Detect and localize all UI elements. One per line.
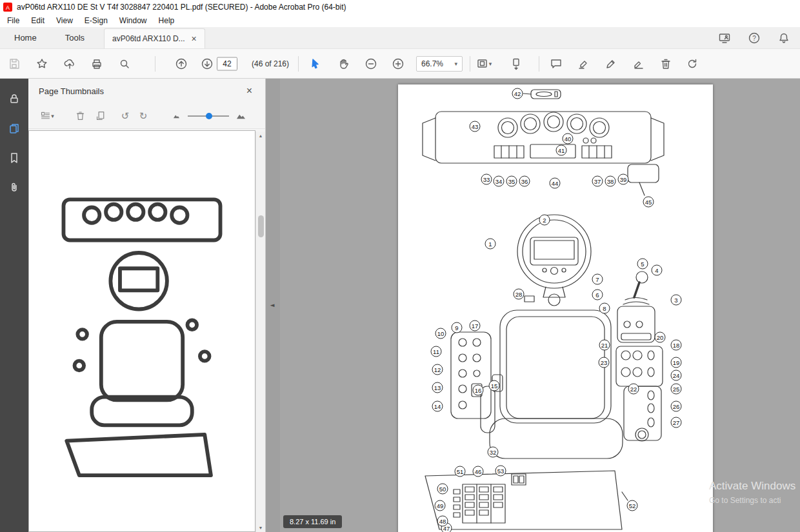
bell-icon[interactable] [775,30,792,46]
callout-11: 11 [431,346,442,357]
svg-text:A: A [6,5,10,11]
comment-icon[interactable] [548,55,565,72]
select-cursor-icon[interactable] [307,55,324,72]
window-title: avP06td ARX110 DE St V T4f 3028847 22040… [17,3,346,12]
callout-40: 40 [563,133,574,144]
callout-25: 25 [671,384,682,395]
callout-36: 36 [519,176,530,187]
share-upload-icon[interactable] [61,55,78,72]
panel-scrollbar[interactable]: ▲ ▼ [255,132,265,532]
rotate-left-icon[interactable]: ↺ [117,108,133,124]
callout-51: 51 [455,466,466,477]
callout-8: 8 [599,303,610,314]
callout-1: 1 [485,239,496,250]
draw-pen-icon[interactable] [603,55,619,72]
menu-e-sign[interactable]: E-Sign [79,15,114,26]
collapse-panel-icon[interactable]: ◄ [267,296,277,314]
close-icon[interactable]: × [192,34,197,43]
redo-icon[interactable] [684,55,701,72]
extract-page-icon[interactable] [93,108,108,124]
delete-page-icon[interactable] [72,108,88,124]
page-up-icon[interactable] [173,55,190,72]
thumb-size-small-icon[interactable] [168,108,184,124]
menu-edit[interactable]: Edit [25,15,50,26]
scroll-up-icon[interactable]: ▲ [259,133,263,138]
callout-22: 22 [628,384,639,395]
callout-44: 44 [550,178,561,189]
callout-7: 7 [592,274,603,285]
zoom-out-icon[interactable] [363,55,379,72]
tab-document[interactable]: avP06td ARX110 D... × [104,28,205,48]
left-panel-rail [0,79,28,532]
acrobat-logo: A [3,3,12,12]
zoom-level-dropdown[interactable]: 66.7% ▾ [416,56,463,72]
highlight-icon[interactable] [575,55,592,72]
callout-45: 45 [643,197,654,208]
sign-pen-icon[interactable] [630,55,647,72]
callout-49: 49 [435,500,446,511]
callout-4: 4 [652,265,663,276]
callout-53: 53 [495,466,506,477]
callout-layer: 1234567891011121314151617181920212223242… [398,84,713,532]
zoom-in-icon[interactable] [390,55,406,72]
window-titlebar: A avP06td ARX110 DE St V T4f 3028847 220… [0,0,800,14]
activate-windows-watermark: Activate Windows [709,480,795,493]
close-icon[interactable]: × [246,85,252,97]
thumb-size-large-icon[interactable] [233,108,248,124]
menu-bar: FileEditViewE-SignWindowHelp [0,14,800,27]
callout-20: 20 [655,332,666,343]
page-number-input[interactable] [217,57,237,70]
callout-34: 34 [494,176,505,187]
page-down-icon[interactable] [199,55,215,72]
callout-9: 9 [452,322,463,333]
callout-15: 15 [489,380,500,391]
chevron-down-icon: ▾ [454,61,457,67]
save-icon[interactable] [6,55,23,72]
menu-help[interactable]: Help [153,15,181,26]
callout-43: 43 [470,121,481,132]
hand-tool-icon[interactable] [335,55,352,72]
callout-16: 16 [473,385,484,396]
thumb-size-slider[interactable] [188,111,229,121]
callout-48: 48 [437,516,448,527]
callout-35: 35 [506,176,517,187]
tab-home[interactable]: Home [0,27,51,48]
callout-38: 38 [605,176,616,187]
panel-title: Page Thumbnails [39,86,104,96]
tab-tools[interactable]: Tools [51,27,99,48]
thumbnail-image[interactable] [28,130,255,532]
lock-icon[interactable] [7,92,21,106]
thumbnail-page-48[interactable]: 48 [190,426,197,500]
callout-50: 50 [437,484,448,495]
page-thumbnails-panel: Page Thumbnails × ▾ ↺ ↻ 3940414243444546… [28,79,266,532]
callout-42: 42 [512,88,523,99]
bookmarks-icon[interactable] [7,151,21,165]
quick-toolbar: (46 of 216) 66.7% ▾ ▾ [0,49,800,79]
print-icon[interactable] [88,55,105,72]
document-area[interactable]: 1234567891011121314151617181920212223242… [280,79,800,532]
menu-view[interactable]: View [50,15,79,26]
help-icon[interactable]: ? [746,30,763,46]
star-icon[interactable] [34,55,50,72]
menu-file[interactable]: File [1,15,25,26]
scrollbar-thumb[interactable] [258,215,264,237]
thumbnail-grid: 39404142434445464748 [28,130,255,513]
page-thumbnails-icon[interactable] [7,121,21,135]
menu-window[interactable]: Window [114,15,153,26]
rotate-right-icon[interactable]: ↻ [135,108,151,124]
screen-share-icon[interactable] [716,30,733,46]
callout-5: 5 [637,259,648,270]
scroll-down-icon[interactable]: ▼ [259,526,263,530]
callout-33: 33 [481,174,492,185]
options-icon[interactable]: ▾ [36,108,58,124]
attachments-icon[interactable] [7,181,21,195]
scroll-mode-icon[interactable] [508,55,525,72]
slider-knob[interactable] [206,113,212,119]
page-count-label: (46 of 216) [252,59,289,68]
callout-17: 17 [470,320,481,331]
search-icon[interactable] [116,55,133,72]
page-size-badge: 8.27 x 11.69 in [283,515,342,528]
fit-page-icon[interactable]: ▾ [473,55,495,72]
callout-37: 37 [592,176,603,187]
delete-icon[interactable] [657,55,674,72]
